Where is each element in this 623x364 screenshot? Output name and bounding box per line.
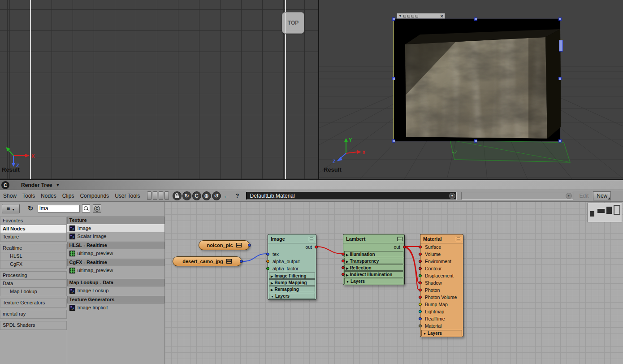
port-contour[interactable]: Contour — [420, 265, 463, 272]
port-displacement[interactable]: Displacement — [420, 272, 463, 279]
port-tex[interactable]: tex — [268, 251, 316, 258]
render-region-handle[interactable] — [474, 17, 477, 21]
sidebar-item-texture-generators[interactable]: Texture Generators — [0, 299, 66, 307]
port-volume[interactable]: Volume — [420, 251, 463, 258]
sidebar-item-all-nodes[interactable]: All Nodes — [0, 225, 66, 233]
menu-nodes[interactable]: Nodes — [41, 193, 56, 199]
section-layers[interactable]: Layers — [344, 278, 403, 284]
input-port-dot[interactable] — [266, 260, 269, 263]
render-region-handle[interactable] — [474, 139, 477, 143]
material-selector[interactable]: DefaultLib.Material — [246, 192, 457, 200]
viewport-perspective[interactable]: +Z — [319, 0, 623, 179]
input-port-dot[interactable] — [419, 296, 422, 299]
new-button[interactable]: New — [593, 191, 611, 200]
secondary-selector[interactable] — [461, 192, 573, 200]
input-port-dot[interactable] — [419, 289, 422, 292]
port-environment[interactable]: Environment — [420, 258, 463, 265]
viewport-type-button[interactable]: TOP — [282, 12, 304, 34]
section-indirect-illumination[interactable]: Indirect Illumination — [344, 271, 403, 277]
edit-button[interactable]: Edit — [580, 193, 589, 199]
render-region-toolbar[interactable] — [397, 13, 445, 19]
lock-button[interactable] — [173, 191, 182, 200]
shader-item-scalar-image[interactable]: Scalar Image — [67, 232, 164, 240]
node-lambert[interactable]: Lambert out Illumination Transparency — [343, 234, 405, 285]
section-reflection[interactable]: Reflection — [344, 264, 403, 271]
menu-compounds[interactable]: Compounds — [80, 193, 109, 199]
input-port-dot[interactable] — [419, 253, 422, 256]
sidebar-item-texture[interactable]: Texture — [0, 233, 66, 241]
input-port-dot[interactable] — [342, 266, 345, 269]
chevron-down-icon[interactable] — [449, 193, 455, 199]
input-port-dot[interactable] — [419, 325, 422, 328]
section-transparency[interactable]: Transparency — [344, 258, 403, 264]
globe-button[interactable] — [202, 191, 211, 200]
section-illumination[interactable]: Illumination — [344, 251, 403, 257]
node-menu-icon[interactable] — [309, 237, 314, 241]
render-region[interactable] — [394, 19, 560, 141]
help-button[interactable]: ? — [233, 191, 242, 200]
section-bump-mapping[interactable]: Bump Mapping — [269, 279, 315, 286]
node-desert-camo-jpg[interactable]: desert_camo_jpg — [173, 256, 242, 266]
output-port-dot[interactable] — [248, 244, 251, 247]
menu-show[interactable]: Show — [3, 193, 17, 199]
chevron-down-icon[interactable] — [566, 193, 572, 199]
input-port-dot[interactable] — [342, 253, 345, 256]
sidebar-item-map-lookup[interactable]: Map Lookup — [0, 288, 66, 296]
node-image[interactable]: Image out tex alpha_output alpha_ — [268, 234, 316, 300]
sidebar-item-data[interactable]: Data — [0, 280, 66, 288]
shader-item-ultimap-preview-hlsl[interactable]: ultimap_preview — [67, 249, 164, 257]
input-port-dot[interactable] — [419, 317, 422, 321]
input-port-dot[interactable] — [266, 267, 269, 270]
port-out[interactable]: out — [268, 243, 316, 251]
sidebar-item-hlsl[interactable]: HLSL — [0, 252, 66, 260]
render-region-handle[interactable] — [558, 77, 562, 80]
input-port-dot[interactable] — [419, 303, 422, 306]
overview-navigator[interactable] — [587, 203, 622, 222]
pane-layout-button[interactable] — [164, 191, 169, 200]
port-bump-map[interactable]: Bump Map — [420, 301, 463, 308]
panel-title-dropdown-icon[interactable] — [56, 183, 60, 187]
input-port-dot[interactable] — [419, 267, 422, 270]
render-region-option-box[interactable] — [415, 15, 418, 17]
sidebar-item-spdl-shaders[interactable]: SPDL Shaders — [0, 321, 66, 329]
render-tree-canvas[interactable]: noIcon_pic desert_camo_jpg Image out — [165, 202, 623, 364]
render-region-handle[interactable] — [392, 17, 395, 21]
render-region-handle[interactable] — [392, 139, 395, 143]
render-region-option-box[interactable] — [411, 15, 414, 17]
search-input[interactable] — [38, 205, 80, 212]
sidebar-item-processing[interactable]: Processing — [0, 272, 66, 280]
sidebar-item-cgfx[interactable]: CgFX — [0, 260, 66, 269]
input-port-dot[interactable] — [266, 253, 269, 256]
pane-layout-button[interactable] — [153, 191, 157, 200]
shader-item-image-implicit[interactable]: Image Implicit — [67, 303, 164, 312]
node-noicon-pic[interactable]: noIcon_pic — [199, 240, 250, 250]
sidebar-item-favorites[interactable]: Favorites — [0, 217, 66, 225]
input-port-dot[interactable] — [342, 260, 345, 263]
port-photon-volume[interactable]: Photon Volume — [420, 294, 463, 301]
input-port-dot[interactable] — [419, 246, 422, 249]
render-region-handle[interactable] — [558, 17, 562, 21]
pane-layout-button[interactable] — [147, 191, 151, 200]
pane-layout-button[interactable] — [159, 191, 163, 200]
output-port-dot[interactable] — [403, 246, 406, 249]
section-layers[interactable]: Layers — [421, 330, 462, 336]
render-region-handle[interactable] — [559, 40, 563, 52]
menu-tools[interactable]: Tools — [22, 193, 35, 199]
port-photon[interactable]: Photon — [420, 286, 463, 294]
section-layers[interactable]: Layers — [269, 293, 315, 299]
region-c-button[interactable]: C — [192, 191, 201, 200]
node-menu-icon[interactable] — [236, 243, 242, 247]
shader-item-ultimap-preview-cgfx[interactable]: ultimap_preview — [67, 266, 164, 274]
port-lightmap[interactable]: Lightmap — [420, 308, 463, 315]
node-menu-icon[interactable] — [456, 237, 461, 241]
node-menu-icon[interactable] — [226, 259, 232, 264]
search-button[interactable] — [82, 204, 90, 212]
refresh-list-button[interactable] — [26, 204, 35, 213]
port-material[interactable]: Material — [420, 322, 463, 329]
input-port-dot[interactable] — [419, 274, 422, 277]
render-region-handle[interactable] — [558, 139, 562, 143]
render-region-menu-icon[interactable] — [398, 14, 402, 18]
render-region-close-icon[interactable] — [441, 13, 443, 19]
input-port-dot[interactable] — [419, 282, 422, 285]
input-port-dot[interactable] — [419, 260, 422, 263]
